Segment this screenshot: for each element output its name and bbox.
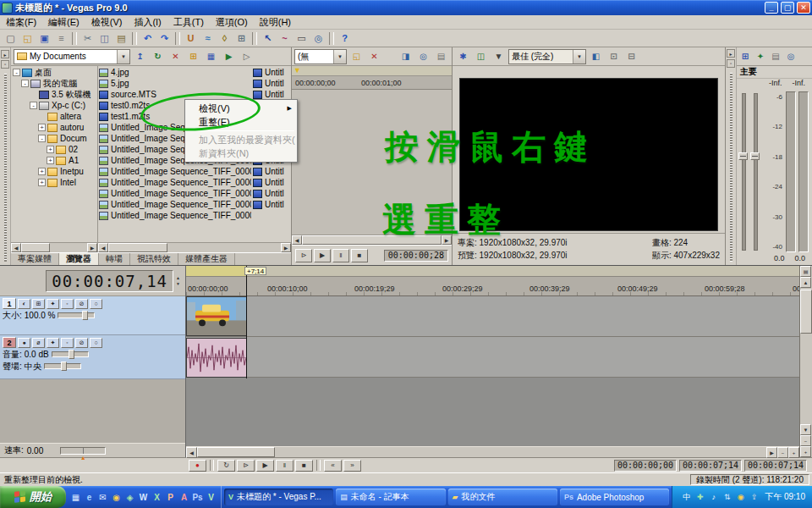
timeline-horizontal-scrollbar[interactable]: ◀ ▶ − + xyxy=(186,446,799,457)
language-indicator[interactable]: 中 xyxy=(681,492,692,503)
preview-quality-dropdown[interactable]: 最佳 (完全) ▼ xyxy=(508,49,586,64)
arm-for-record-button[interactable]: ● xyxy=(18,338,30,348)
scroll-up-icon[interactable]: ▲ xyxy=(800,277,811,288)
scroll-left-icon[interactable]: ◀ xyxy=(11,243,21,252)
video-track-header[interactable]: 1 ◐ ⊞ ✦ ◦ ⊘ ○ 大小: xyxy=(0,296,185,335)
tab[interactable]: 媒體產生器 xyxy=(178,253,235,265)
scroll-track[interactable] xyxy=(197,447,766,457)
transport-button[interactable] xyxy=(210,460,214,471)
scroll-track[interactable] xyxy=(800,288,812,424)
trimmer-timecode[interactable]: 00:00:00;28 xyxy=(384,250,448,262)
menubar-item[interactable]: 工具(T) xyxy=(167,15,210,29)
tree-item[interactable]: - 桌面 xyxy=(11,67,97,78)
tree-item[interactable]: + Inetpu xyxy=(11,166,97,177)
fader-handle[interactable] xyxy=(738,152,748,160)
tree-item[interactable]: - Xp-c (C:) xyxy=(11,100,97,111)
file-item[interactable]: Untitl xyxy=(253,188,291,199)
scroll-right-icon[interactable]: ▶ xyxy=(766,447,777,458)
mute-button[interactable]: ⊘ xyxy=(75,299,88,309)
trimmer-play-from-start-button[interactable]: ⊳ xyxy=(295,249,312,262)
open-project-button[interactable]: ◱ xyxy=(19,31,36,46)
loop-playback-button[interactable]: ↻ xyxy=(217,460,235,472)
tree-item[interactable]: + autoru xyxy=(11,122,97,133)
scroll-thumb[interactable] xyxy=(21,243,50,252)
selection-length-timecode[interactable]: 00:00:07;14 xyxy=(744,460,807,472)
video-track-row[interactable] xyxy=(186,296,799,337)
auto-ripple-button[interactable]: ≈ xyxy=(200,31,216,46)
trimmer-media-area[interactable] xyxy=(292,90,452,235)
antivirus-icon[interactable]: ✚ xyxy=(694,492,705,503)
create-subclip-button[interactable]: ◨ xyxy=(398,49,414,64)
new-project-button[interactable]: ▢ xyxy=(3,31,19,46)
track-fx-button[interactable]: ✦ xyxy=(47,338,59,348)
scroll-track[interactable] xyxy=(108,243,281,252)
scroll-thumb[interactable] xyxy=(108,243,167,252)
go-to-end-button[interactable]: » xyxy=(343,460,361,472)
master-bus-header[interactable]: 主要 xyxy=(737,66,812,79)
toolbar-button[interactable] xyxy=(329,32,334,45)
tree-item[interactable]: - 我的電腦 xyxy=(11,78,97,89)
tree-horizontal-scrollbar[interactable]: ◀ ▶ xyxy=(11,242,97,252)
start-button[interactable]: 開始 xyxy=(0,486,66,508)
zoom-in-button[interactable]: + xyxy=(788,447,799,458)
taskbar-window-button[interactable]: V 未標題的 * - Vegas P... xyxy=(224,489,333,505)
selection-edit-tool-button[interactable]: ▭ xyxy=(294,31,310,46)
project-video-properties-button[interactable]: ✱ xyxy=(455,49,471,64)
scroll-left-icon[interactable]: ◀ xyxy=(292,235,302,245)
trimmer-play-button[interactable]: ▶ xyxy=(314,249,331,262)
track-fx-button[interactable]: ✦ xyxy=(47,299,59,309)
trimmer-marker-icon[interactable]: ▼ xyxy=(294,66,301,75)
video-output-dropdown[interactable]: ▼ xyxy=(491,49,507,64)
photoshop-icon[interactable]: Ps xyxy=(191,491,204,504)
invert-phase-button[interactable]: ø xyxy=(32,338,45,348)
marker-bar[interactable]: +7;14 xyxy=(186,266,799,277)
playhead-cursor[interactable] xyxy=(246,266,247,378)
toolbar-button[interactable] xyxy=(132,32,137,45)
redo-button[interactable]: ↷ xyxy=(156,31,173,46)
up-one-level-button[interactable]: ↥ xyxy=(132,49,148,64)
dock-arrow-icon[interactable]: ▸ xyxy=(1,50,9,58)
mixer-properties-button[interactable]: ▤ xyxy=(769,49,782,64)
dropdown-arrow-icon[interactable]: ▼ xyxy=(333,50,346,64)
cut-button[interactable]: ✂ xyxy=(80,31,96,46)
bypass-motion-blur-button[interactable]: ◐ xyxy=(18,299,30,309)
lock-envelopes-button[interactable]: ◊ xyxy=(217,31,233,46)
tree-expander-icon[interactable]: - xyxy=(30,102,37,109)
timeline-corner-button[interactable]: ▤ xyxy=(800,266,811,277)
save-project-button[interactable]: ▣ xyxy=(36,31,52,46)
fader-handle[interactable] xyxy=(750,152,760,160)
trimmer-media-dropdown[interactable]: (無 ▼ xyxy=(294,49,347,64)
timecode-spinner[interactable]: ▲ ▼ xyxy=(176,275,180,286)
mute-button[interactable]: ⊘ xyxy=(75,338,88,348)
trimmer-properties-button[interactable]: ▤ xyxy=(433,49,449,64)
project-properties-button[interactable]: ≡ xyxy=(53,31,69,46)
tab[interactable]: 視訊特效 xyxy=(130,253,178,265)
dock-arrow-icon[interactable]: ▸ xyxy=(727,49,735,58)
tree-item[interactable]: - Docum xyxy=(11,133,97,144)
spin-down-icon[interactable]: ▼ xyxy=(176,281,180,286)
enable-snapping-button[interactable]: U xyxy=(183,31,199,46)
safely-remove-icon[interactable]: ⇪ xyxy=(749,492,760,503)
scroll-down-icon[interactable]: ▼ xyxy=(800,424,811,435)
address-dropdown[interactable]: My Documents ▼ xyxy=(14,49,130,64)
start-preview-button[interactable]: ▶ xyxy=(221,49,237,64)
tree-expander-icon[interactable]: + xyxy=(47,157,54,164)
big-timecode[interactable]: 00:00:07,14 xyxy=(46,270,173,292)
master-fader-right[interactable] xyxy=(750,91,760,252)
audio-track-header[interactable]: 2 ● ø ✦ ◦ ⊘ ○ 音量: xyxy=(0,335,185,379)
menubar-item[interactable]: 說明(H) xyxy=(254,15,297,29)
file-item[interactable]: Untitled_Image Sequence_TIFF_000006.tiff xyxy=(99,188,251,199)
insert-assignable-fx-button[interactable]: ✦ xyxy=(754,49,767,64)
toolbar-button[interactable] xyxy=(252,32,257,45)
marker-flag[interactable]: +7;14 xyxy=(244,267,266,275)
delete-button[interactable]: ✕ xyxy=(167,49,184,64)
minimize-button[interactable]: _ xyxy=(765,2,778,14)
save-snapshot-button[interactable]: ⊟ xyxy=(623,49,639,64)
envelope-edit-tool-button[interactable]: ~ xyxy=(277,31,293,46)
track-number-badge[interactable]: 1 xyxy=(3,298,16,309)
tree-expander-icon[interactable]: - xyxy=(13,69,20,76)
copy-button[interactable]: ◫ xyxy=(96,31,112,46)
selection-end-timecode[interactable]: 00:00:07;14 xyxy=(679,460,742,472)
volume-icon[interactable]: ♪ xyxy=(708,492,719,503)
downmix-output-button[interactable]: ◎ xyxy=(784,49,798,64)
